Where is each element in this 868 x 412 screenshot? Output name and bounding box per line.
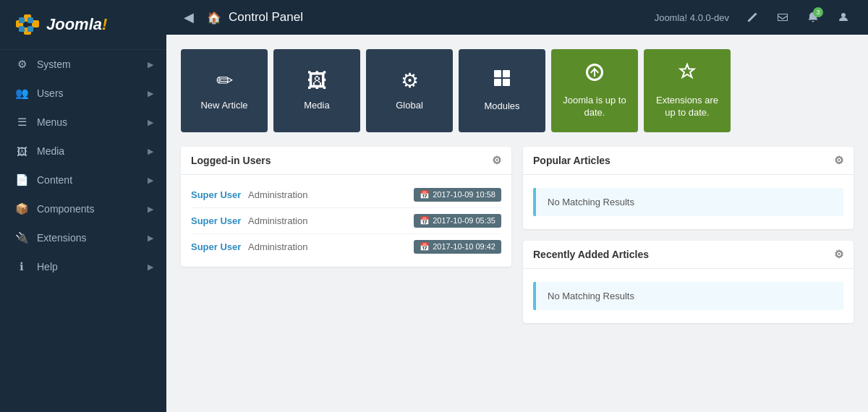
recently-added-header: Recently Added Articles ⚙ [523,241,854,269]
extensions-update-icon [677,62,697,87]
new-article-tile[interactable]: ✏ New Article [181,49,268,132]
user-role-2: Administration [248,241,307,252]
popular-articles-empty: No Matching Results [533,188,843,216]
joomla-logo-icon [12,10,41,39]
modules-icon [492,68,512,93]
popular-articles-body: No Matching Results [523,175,854,229]
user-role-1: Administration [248,215,307,226]
sidebar-nav: ⚙ System ▶ 👥 Users ▶ ☰ Menus ▶ 🖼 Media [0,50,166,412]
svg-rect-6 [27,17,33,23]
sidebar-item-content[interactable]: 📄 Content ▶ [0,166,166,194]
content-area: ✏ New Article 🖼 Media ⚙ Global Modules [166,35,868,412]
media-tile-icon: 🖼 [307,69,327,93]
sidebar-item-menus[interactable]: ☰ Menus ▶ [0,108,166,137]
popular-articles-header: Popular Articles ⚙ [523,147,854,175]
modules-label: Modules [484,100,519,113]
sidebar-item-help[interactable]: ℹ Help ▶ [0,252,166,281]
svg-marker-14 [681,64,694,77]
svg-point-9 [841,13,846,17]
back-button[interactable]: ◀ [178,7,200,28]
modules-tile[interactable]: Modules [459,49,545,132]
menus-icon: ☰ [15,116,28,129]
user-role-0: Administration [248,189,307,200]
joomla-logo: Joomla! [12,10,107,39]
calendar-icon: 📅 [420,242,430,252]
media-tile[interactable]: 🖼 Media [273,49,360,132]
topbar: ◀ 🏠 Control Panel Joomla! 4.0.0-dev 3 [166,0,868,35]
version-label: Joomla! 4.0.0-dev [655,12,729,23]
pencil-icon [746,12,758,23]
chevron-right-icon: ▶ [148,262,153,272]
extensions-update-label: Extensions are up to date. [654,95,720,119]
recently-added-panel: Recently Added Articles ⚙ No Matching Re… [523,241,854,323]
system-icon: ⚙ [15,58,28,71]
logged-in-users-header: Logged-in Users ⚙ [181,147,511,175]
popular-articles-title: Popular Articles [533,155,610,166]
global-tile[interactable]: ⚙ Global [366,49,453,132]
edit-icon-button[interactable] [739,4,765,30]
notification-badge: 3 [813,7,823,17]
logged-in-users-card: Logged-in Users ⚙ Super User Administrat… [181,147,511,267]
components-icon: 📦 [15,202,28,215]
chevron-right-icon: ▶ [148,233,153,243]
popular-articles-gear[interactable]: ⚙ [834,154,843,167]
joomla-update-label: Joomla is up to date. [561,95,628,119]
content-icon: 📄 [15,173,28,186]
user-name-1[interactable]: Super User [191,215,241,226]
joomla-logo-text: Joomla! [46,15,107,34]
svg-rect-10 [494,70,501,77]
extensions-icon: 🔌 [15,231,28,244]
main-content: ◀ 🏠 Control Panel Joomla! 4.0.0-dev 3 ✏ [166,0,868,412]
quick-links: ✏ New Article 🖼 Media ⚙ Global Modules [181,49,854,132]
help-icon: ℹ [15,260,28,273]
notifications-button[interactable]: 3 [800,4,826,30]
chevron-right-icon: ▶ [148,118,153,127]
chevron-right-icon: ▶ [148,147,153,156]
chevron-right-icon: ▶ [148,60,153,69]
user-row: Super User Administration 📅 2017-10-09 0… [191,208,501,234]
recently-added-body: No Matching Results [523,269,854,323]
user-name-2[interactable]: Super User [191,241,241,252]
chevron-right-icon: ▶ [148,176,153,185]
svg-rect-13 [503,79,510,86]
user-icon-button[interactable] [830,4,856,30]
sidebar-item-system[interactable]: ⚙ System ▶ [0,50,166,79]
chevron-right-icon: ▶ [148,205,153,214]
svg-rect-12 [494,79,501,86]
panels-row: Logged-in Users ⚙ Super User Administrat… [181,147,854,335]
sidebar-item-media[interactable]: 🖼 Media ▶ [0,137,166,166]
svg-rect-8 [27,26,33,32]
right-panels: Popular Articles ⚙ No Matching Results R… [523,147,854,335]
sidebar: Joomla! ⚙ System ▶ 👥 Users ▶ ☰ Menus ▶ [0,0,166,412]
recently-added-gear[interactable]: ⚙ [834,248,843,261]
joomla-update-icon [584,62,605,87]
svg-rect-5 [19,17,25,23]
sidebar-item-components[interactable]: 📦 Components ▶ [0,194,166,223]
user-name-0[interactable]: Super User [191,189,241,200]
chevron-right-icon: ▶ [148,89,153,98]
svg-rect-11 [503,70,510,77]
joomla-update-tile[interactable]: Joomla is up to date. [551,49,638,132]
logged-in-users-body: Super User Administration 📅 2017-10-09 1… [181,175,511,267]
user-timestamp-1: 📅 2017-10-09 05:35 [414,214,501,228]
svg-rect-7 [19,26,25,32]
topbar-right: Joomla! 4.0.0-dev 3 [655,4,856,30]
user-row: Super User Administration 📅 2017-10-10 0… [191,234,501,259]
global-label: Global [396,100,423,112]
user-timestamp-2: 📅 2017-10-10 09:42 [414,240,501,254]
extensions-update-tile[interactable]: Extensions are up to date. [644,49,731,132]
logged-in-users-title: Logged-in Users [191,155,271,166]
envelope-icon [777,12,788,23]
email-icon-button[interactable] [770,4,796,30]
sidebar-item-users[interactable]: 👥 Users ▶ [0,79,166,108]
sidebar-item-extensions[interactable]: 🔌 Extensions ▶ [0,223,166,252]
home-icon: 🏠 [207,11,221,25]
new-article-icon: ✏ [216,69,233,93]
recently-added-empty: No Matching Results [533,282,843,310]
page-title: Control Panel [229,10,647,25]
user-timestamp-0: 📅 2017-10-09 10:58 [414,188,501,202]
calendar-icon: 📅 [420,216,430,226]
sidebar-logo: Joomla! [0,0,166,50]
logged-in-users-gear[interactable]: ⚙ [492,154,501,167]
logged-in-users-panel: Logged-in Users ⚙ Super User Administrat… [181,147,511,335]
